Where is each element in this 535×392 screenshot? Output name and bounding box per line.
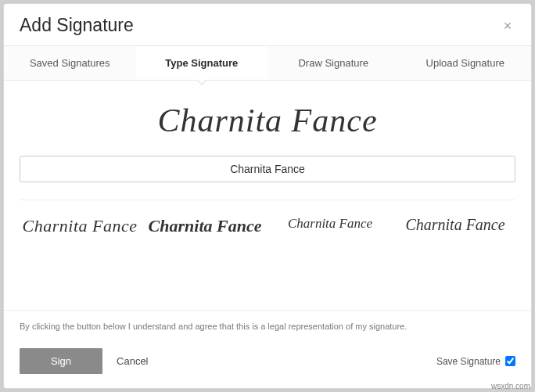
signature-style-option-3[interactable]: Charnita Fance [270,216,390,236]
modal-header: Add Signature × [4,4,531,45]
tab-content: Charnita Fance Charnita Fance Charnita F… [4,81,531,310]
save-signature-checkbox[interactable] [505,356,515,366]
signature-tabs: Saved Signatures Type Signature Draw Sig… [4,45,531,81]
modal-title: Add Signature [20,15,134,36]
signature-style-option-2[interactable]: Charnita Fance [145,216,265,236]
tab-saved-signatures[interactable]: Saved Signatures [4,46,136,80]
cancel-button[interactable]: Cancel [117,355,148,367]
signature-preview: Charnita Fance [20,101,515,140]
signature-style-options: Charnita Fance Charnita Fance Charnita F… [20,200,515,236]
signature-style-option-4[interactable]: Charnita Fance [395,216,515,236]
signature-style-option-1[interactable]: Charnita Fance [20,216,140,236]
add-signature-modal: Add Signature × Saved Signatures Type Si… [3,3,532,389]
modal-footer: Sign Cancel Save Signature [4,339,531,388]
close-icon[interactable]: × [500,18,515,34]
save-signature-label: Save Signature [436,356,501,367]
sign-button[interactable]: Sign [20,348,102,374]
tab-type-signature[interactable]: Type Signature [136,46,268,80]
watermark: wsxdn.com [491,382,530,390]
tab-upload-signature[interactable]: Upload Signature [400,46,532,80]
save-signature-toggle[interactable]: Save Signature [436,356,515,367]
legal-disclaimer: By clicking the button below I understan… [4,310,531,339]
tab-draw-signature[interactable]: Draw Signature [268,46,400,80]
signature-name-input[interactable] [20,156,515,182]
